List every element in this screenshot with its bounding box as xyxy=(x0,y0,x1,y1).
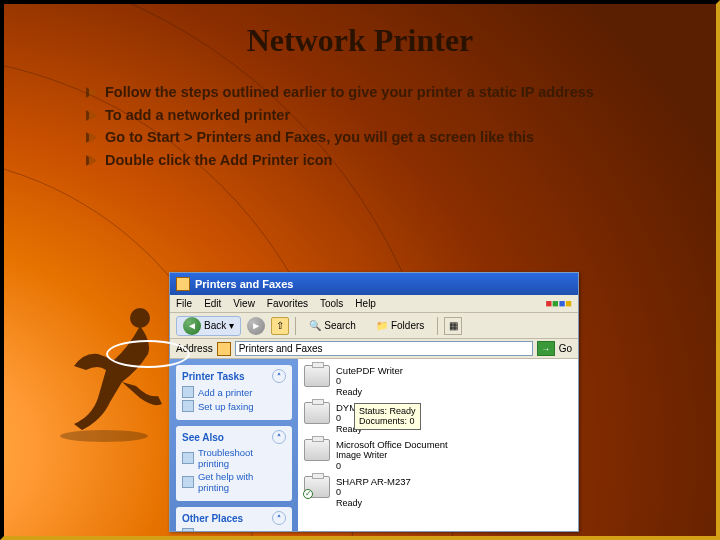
sidebar-item-troubleshoot[interactable]: Troubleshoot printing xyxy=(182,447,286,469)
sidebar-item-control-panel[interactable]: Control Panel xyxy=(182,528,286,531)
printer-icon xyxy=(182,386,194,398)
menu-tools[interactable]: Tools xyxy=(320,298,343,309)
window-titlebar[interactable]: Printers and Faxes xyxy=(170,273,578,295)
menu-favorites[interactable]: Favorites xyxy=(267,298,308,309)
bullet-text: To add a networked printer xyxy=(105,106,290,125)
control-panel-icon xyxy=(182,528,194,531)
sidebar-item-add-printer[interactable]: Add a printer xyxy=(182,386,286,398)
address-bar: Address → Go xyxy=(170,339,578,359)
bullet-text: Go to Start > Printers and Faxes, you wi… xyxy=(105,128,534,147)
window-menubar: File Edit View Favorites Tools Help ■■■■ xyxy=(170,295,578,313)
search-icon: 🔍 xyxy=(309,320,321,331)
svg-point-9 xyxy=(60,430,148,442)
svg-point-8 xyxy=(130,308,150,328)
address-input[interactable] xyxy=(235,341,533,356)
go-button[interactable]: → xyxy=(537,341,555,356)
printer-icon xyxy=(304,365,330,387)
panel-see-also: See Also˄ Troubleshoot printing Get help… xyxy=(176,426,292,501)
page-title: Network Printer xyxy=(4,4,716,59)
printer-item[interactable]: Microsoft Office DocumentImage Writer0 xyxy=(304,439,572,472)
arrow-icon xyxy=(86,87,97,98)
bullet-list: Follow the steps outlined earlier to giv… xyxy=(86,83,676,169)
window-title-text: Printers and Faxes xyxy=(195,278,293,290)
svg-marker-7 xyxy=(89,155,97,166)
printer-item[interactable]: DYMO Label0Ready xyxy=(304,402,572,435)
sidebar-item-get-help[interactable]: Get help with printing xyxy=(182,471,286,493)
runner-graphic xyxy=(44,304,174,444)
search-button[interactable]: 🔍Search xyxy=(302,316,363,336)
folders-icon: 📁 xyxy=(376,320,388,331)
menu-help[interactable]: Help xyxy=(355,298,376,309)
forward-button[interactable]: ► xyxy=(247,317,265,335)
default-check-icon: ✓ xyxy=(303,489,313,499)
printer-folder-icon xyxy=(176,277,190,291)
menu-view[interactable]: View xyxy=(233,298,255,309)
chevron-up-icon[interactable]: ˄ xyxy=(272,511,286,525)
sidebar-item-setup-faxing[interactable]: Set up faxing xyxy=(182,400,286,412)
arrow-icon xyxy=(86,132,97,143)
list-item: To add a networked printer xyxy=(86,106,676,125)
back-arrow-icon: ◄ xyxy=(183,317,201,335)
address-icon xyxy=(217,342,231,356)
list-item: Go to Start > Printers and Faxes, you wi… xyxy=(86,128,676,147)
window-toolbar: ◄Back▾ ► ⇧ 🔍Search 📁Folders ▦ xyxy=(170,313,578,339)
printer-list: CutePDF Writer0Ready DYMO Label0Ready St… xyxy=(298,359,578,531)
printer-icon: ✓ xyxy=(304,476,330,498)
menu-edit[interactable]: Edit xyxy=(204,298,221,309)
fax-icon xyxy=(182,400,194,412)
up-button[interactable]: ⇧ xyxy=(271,317,289,335)
svg-marker-3 xyxy=(89,110,97,121)
go-label: Go xyxy=(559,343,572,354)
printers-window: Printers and Faxes File Edit View Favori… xyxy=(169,272,579,532)
folders-button[interactable]: 📁Folders xyxy=(369,316,431,336)
chevron-down-icon: ▾ xyxy=(229,320,234,331)
svg-marker-1 xyxy=(89,87,97,98)
printer-icon xyxy=(304,402,330,424)
back-button[interactable]: ◄Back▾ xyxy=(176,316,241,336)
windows-flag-icon: ■■■■ xyxy=(545,297,572,309)
arrow-icon xyxy=(86,110,97,121)
address-label: Address xyxy=(176,343,213,354)
help-icon xyxy=(182,476,194,488)
list-item: Follow the steps outlined earlier to giv… xyxy=(86,83,676,102)
menu-file[interactable]: File xyxy=(176,298,192,309)
sidebar-panel: Printer Tasks˄ Add a printer Set up faxi… xyxy=(170,359,298,531)
chevron-up-icon[interactable]: ˄ xyxy=(272,369,286,383)
printer-icon xyxy=(304,439,330,461)
bullet-text: Follow the steps outlined earlier to giv… xyxy=(105,83,594,102)
printer-item[interactable]: ✓ SHARP AR-M2370Ready xyxy=(304,476,572,509)
chevron-up-icon[interactable]: ˄ xyxy=(272,430,286,444)
list-item: Double click the Add Printer icon xyxy=(86,151,676,170)
panel-other-places: Other Places˄ Control Panel My Documents… xyxy=(176,507,292,531)
panel-printer-tasks: Printer Tasks˄ Add a printer Set up faxi… xyxy=(176,365,292,420)
printer-item[interactable]: CutePDF Writer0Ready xyxy=(304,365,572,398)
bullet-text: Double click the Add Printer icon xyxy=(105,151,332,170)
svg-marker-5 xyxy=(89,132,97,143)
arrow-icon xyxy=(86,155,97,166)
help-icon xyxy=(182,452,194,464)
views-button[interactable]: ▦ xyxy=(444,317,462,335)
tooltip: Status: Ready Documents: 0 xyxy=(354,403,421,430)
